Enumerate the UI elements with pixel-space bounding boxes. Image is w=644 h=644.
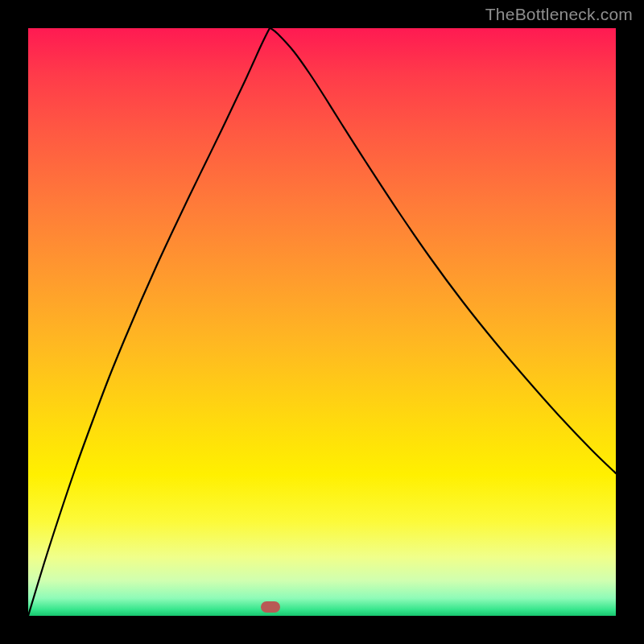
plot-area bbox=[28, 28, 616, 616]
curve-svg bbox=[28, 28, 616, 616]
chart-frame: TheBottleneck.com bbox=[0, 0, 644, 644]
optimal-point-marker bbox=[261, 601, 280, 613]
bottleneck-curve bbox=[28, 28, 616, 616]
watermark-label: TheBottleneck.com bbox=[485, 5, 633, 24]
